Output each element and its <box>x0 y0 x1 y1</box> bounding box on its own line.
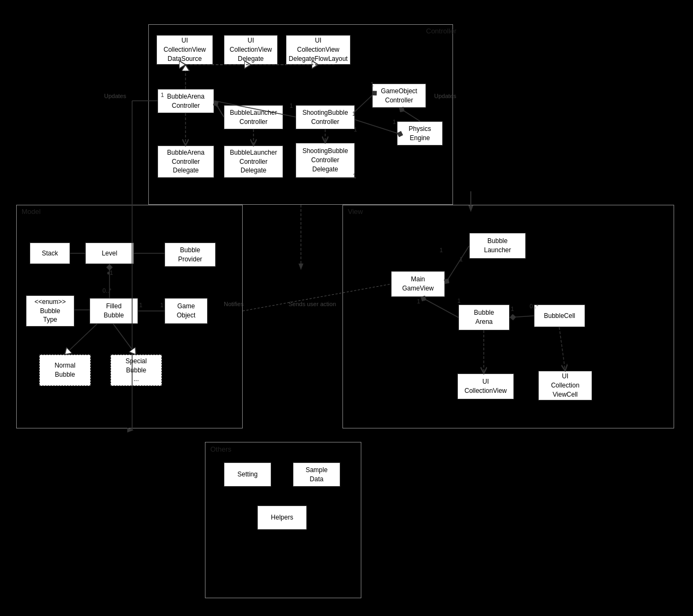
svg-text:1: 1 <box>457 297 461 304</box>
svg-text:♦1: ♦1 <box>107 269 113 276</box>
svg-text:1: 1 <box>459 256 463 262</box>
svg-text:1: 1 <box>352 110 355 117</box>
svg-line-28 <box>65 324 97 355</box>
svg-line-31 <box>445 246 469 284</box>
svg-line-37 <box>243 284 391 311</box>
connectors-svg: 1 1 1 1 1 1 1 1 ♦1 0..* 1 1 1 1 1 1 1 0.… <box>0 0 693 616</box>
svg-line-32 <box>421 297 458 317</box>
svg-text:1: 1 <box>290 102 293 109</box>
svg-line-33 <box>510 316 534 317</box>
svg-text:1: 1 <box>139 302 142 308</box>
svg-text:0..*: 0..* <box>530 303 539 309</box>
svg-text:1: 1 <box>161 92 164 98</box>
svg-text:1: 1 <box>417 298 420 304</box>
svg-text:1: 1 <box>511 306 514 312</box>
svg-text:1: 1 <box>353 172 356 179</box>
svg-text:1: 1 <box>160 302 163 308</box>
diagram-area: Controller Model View Others UICollectio… <box>0 0 693 616</box>
svg-line-15 <box>355 95 372 112</box>
svg-text:1: 1 <box>393 119 396 125</box>
svg-text:1: 1 <box>216 101 219 108</box>
svg-line-35 <box>559 327 565 371</box>
svg-line-10 <box>214 101 296 117</box>
svg-line-14 <box>399 108 420 121</box>
svg-text:1: 1 <box>440 247 443 253</box>
svg-line-16 <box>355 120 397 133</box>
svg-text:1: 1 <box>370 81 374 87</box>
svg-text:0..*: 0..* <box>102 287 112 294</box>
svg-text:1: 1 <box>354 126 357 133</box>
